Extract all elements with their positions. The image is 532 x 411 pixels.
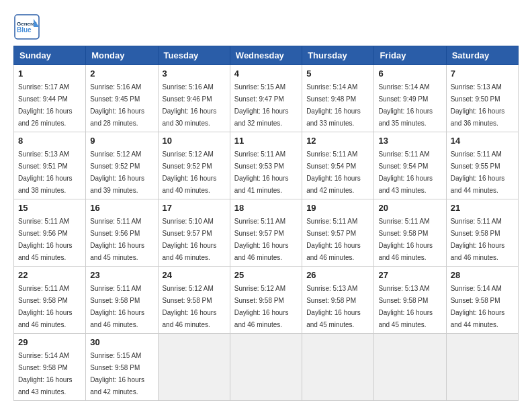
empty-cell [446, 334, 518, 401]
day-cell-15: 15 Sunrise: 5:11 AMSunset: 9:56 PMDaylig… [14, 199, 86, 267]
day-info: Sunrise: 5:11 AMSunset: 9:58 PMDaylight:… [90, 285, 144, 328]
day-info: Sunrise: 5:11 AMSunset: 9:56 PMDaylight:… [90, 218, 144, 261]
day-number: 3 [163, 68, 226, 79]
empty-cell [374, 334, 446, 401]
day-number: 30 [90, 337, 153, 347]
day-info: Sunrise: 5:11 AMSunset: 9:54 PMDaylight:… [306, 150, 361, 194]
day-number: 5 [306, 68, 369, 79]
day-number: 8 [18, 136, 81, 146]
day-number: 17 [163, 203, 226, 213]
day-info: Sunrise: 5:13 AMSunset: 9:51 PMDaylight:… [18, 150, 73, 194]
day-cell-24: 24 Sunrise: 5:12 AMSunset: 9:58 PMDaylig… [158, 267, 230, 334]
week-row-5: 29 Sunrise: 5:14 AMSunset: 9:58 PMDaylig… [14, 334, 519, 401]
day-number: 1 [18, 68, 81, 79]
day-cell-23: 23 Sunrise: 5:11 AMSunset: 9:58 PMDaylig… [86, 267, 158, 334]
column-header-saturday: Saturday [446, 46, 518, 65]
day-cell-28: 28 Sunrise: 5:14 AMSunset: 9:58 PMDaylig… [446, 267, 518, 334]
day-number: 6 [378, 68, 441, 79]
svg-text:Blue: Blue [17, 26, 32, 34]
column-header-thursday: Thursday [302, 46, 374, 65]
day-cell-11: 11 Sunrise: 5:11 AMSunset: 9:53 PMDaylig… [230, 132, 302, 199]
column-header-friday: Friday [374, 46, 446, 65]
day-info: Sunrise: 5:12 AMSunset: 9:52 PMDaylight:… [90, 150, 144, 194]
day-number: 28 [451, 270, 514, 280]
week-row-3: 15 Sunrise: 5:11 AMSunset: 9:56 PMDaylig… [14, 199, 519, 267]
day-cell-10: 10 Sunrise: 5:12 AMSunset: 9:52 PMDaylig… [158, 132, 230, 199]
day-info: Sunrise: 5:14 AMSunset: 9:58 PMDaylight:… [451, 285, 505, 328]
column-header-wednesday: Wednesday [230, 46, 302, 65]
day-info: Sunrise: 5:11 AMSunset: 9:58 PMDaylight:… [18, 285, 73, 328]
day-cell-7: 7 Sunrise: 5:13 AMSunset: 9:50 PMDayligh… [446, 65, 518, 132]
day-info: Sunrise: 5:11 AMSunset: 9:56 PMDaylight:… [18, 218, 73, 261]
day-number: 23 [90, 270, 153, 280]
empty-cell [158, 334, 230, 401]
day-info: Sunrise: 5:16 AMSunset: 9:45 PMDaylight:… [90, 83, 144, 127]
day-info: Sunrise: 5:17 AMSunset: 9:44 PMDaylight:… [18, 83, 73, 127]
day-cell-27: 27 Sunrise: 5:13 AMSunset: 9:58 PMDaylig… [374, 267, 446, 334]
day-number: 25 [234, 270, 298, 280]
day-info: Sunrise: 5:14 AMSunset: 9:49 PMDaylight:… [378, 83, 433, 127]
day-info: Sunrise: 5:13 AMSunset: 9:58 PMDaylight:… [378, 285, 433, 328]
day-number: 19 [306, 203, 369, 213]
day-number: 16 [90, 203, 153, 213]
day-cell-19: 19 Sunrise: 5:11 AMSunset: 9:57 PMDaylig… [302, 199, 374, 267]
day-cell-16: 16 Sunrise: 5:11 AMSunset: 9:56 PMDaylig… [86, 199, 158, 267]
day-info: Sunrise: 5:15 AMSunset: 9:47 PMDaylight:… [234, 83, 289, 127]
logo: General Blue [13, 13, 43, 40]
day-number: 2 [90, 68, 153, 79]
day-number: 18 [234, 203, 298, 213]
day-number: 9 [90, 136, 153, 146]
day-cell-2: 2 Sunrise: 5:16 AMSunset: 9:45 PMDayligh… [86, 65, 158, 132]
day-number: 20 [378, 203, 441, 213]
day-cell-4: 4 Sunrise: 5:15 AMSunset: 9:47 PMDayligh… [230, 65, 302, 132]
day-cell-3: 3 Sunrise: 5:16 AMSunset: 9:46 PMDayligh… [158, 65, 230, 132]
day-number: 12 [306, 136, 369, 146]
day-info: Sunrise: 5:11 AMSunset: 9:57 PMDaylight:… [234, 218, 289, 261]
day-number: 21 [451, 203, 514, 213]
week-row-4: 22 Sunrise: 5:11 AMSunset: 9:58 PMDaylig… [14, 267, 519, 334]
day-number: 11 [234, 136, 298, 146]
day-info: Sunrise: 5:10 AMSunset: 9:57 PMDaylight:… [163, 218, 217, 261]
day-info: Sunrise: 5:14 AMSunset: 9:58 PMDaylight:… [18, 352, 73, 396]
day-info: Sunrise: 5:11 AMSunset: 9:54 PMDaylight:… [378, 150, 433, 194]
day-number: 29 [18, 337, 81, 347]
day-number: 7 [451, 68, 514, 79]
day-number: 22 [18, 270, 81, 280]
day-info: Sunrise: 5:15 AMSunset: 9:58 PMDaylight:… [90, 352, 144, 396]
day-info: Sunrise: 5:12 AMSunset: 9:58 PMDaylight:… [234, 285, 289, 328]
day-cell-12: 12 Sunrise: 5:11 AMSunset: 9:54 PMDaylig… [302, 132, 374, 199]
day-cell-22: 22 Sunrise: 5:11 AMSunset: 9:58 PMDaylig… [14, 267, 86, 334]
day-number: 15 [18, 203, 81, 213]
day-info: Sunrise: 5:16 AMSunset: 9:46 PMDaylight:… [163, 83, 217, 127]
day-info: Sunrise: 5:11 AMSunset: 9:53 PMDaylight:… [234, 150, 289, 194]
day-info: Sunrise: 5:13 AMSunset: 9:50 PMDaylight:… [451, 83, 505, 127]
day-info: Sunrise: 5:11 AMSunset: 9:58 PMDaylight:… [378, 218, 433, 261]
week-row-2: 8 Sunrise: 5:13 AMSunset: 9:51 PMDayligh… [14, 132, 519, 199]
day-number: 13 [378, 136, 441, 146]
day-cell-25: 25 Sunrise: 5:12 AMSunset: 9:58 PMDaylig… [230, 267, 302, 334]
logo-icon: General Blue [13, 13, 40, 40]
column-header-monday: Monday [86, 46, 158, 65]
empty-cell [230, 334, 302, 401]
day-cell-5: 5 Sunrise: 5:14 AMSunset: 9:48 PMDayligh… [302, 65, 374, 132]
day-info: Sunrise: 5:12 AMSunset: 9:58 PMDaylight:… [163, 285, 217, 328]
column-header-sunday: Sunday [14, 46, 86, 65]
day-cell-9: 9 Sunrise: 5:12 AMSunset: 9:52 PMDayligh… [86, 132, 158, 199]
day-cell-21: 21 Sunrise: 5:11 AMSunset: 9:58 PMDaylig… [446, 199, 518, 267]
day-info: Sunrise: 5:12 AMSunset: 9:52 PMDaylight:… [163, 150, 217, 194]
day-number: 10 [163, 136, 226, 146]
day-cell-20: 20 Sunrise: 5:11 AMSunset: 9:58 PMDaylig… [374, 199, 446, 267]
day-cell-1: 1 Sunrise: 5:17 AMSunset: 9:44 PMDayligh… [14, 65, 86, 132]
day-cell-17: 17 Sunrise: 5:10 AMSunset: 9:57 PMDaylig… [158, 199, 230, 267]
day-cell-8: 8 Sunrise: 5:13 AMSunset: 9:51 PMDayligh… [14, 132, 86, 199]
day-cell-26: 26 Sunrise: 5:13 AMSunset: 9:58 PMDaylig… [302, 267, 374, 334]
day-number: 4 [234, 68, 298, 79]
day-cell-6: 6 Sunrise: 5:14 AMSunset: 9:49 PMDayligh… [374, 65, 446, 132]
day-number: 26 [306, 270, 369, 280]
day-number: 27 [378, 270, 441, 280]
column-header-tuesday: Tuesday [158, 46, 230, 65]
day-info: Sunrise: 5:14 AMSunset: 9:48 PMDaylight:… [306, 83, 361, 127]
day-cell-29: 29 Sunrise: 5:14 AMSunset: 9:58 PMDaylig… [14, 334, 86, 401]
day-cell-14: 14 Sunrise: 5:11 AMSunset: 9:55 PMDaylig… [446, 132, 518, 199]
day-info: Sunrise: 5:13 AMSunset: 9:58 PMDaylight:… [306, 285, 361, 328]
